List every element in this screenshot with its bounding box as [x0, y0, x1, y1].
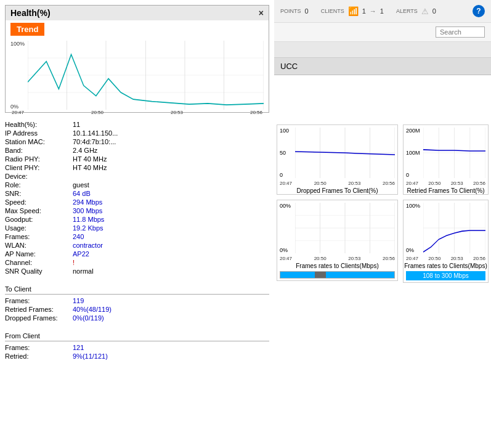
trend-time-3: 20:53 — [171, 110, 183, 115]
dropped-chart-svg — [295, 128, 395, 178]
frame-right-y-min: 0% — [406, 247, 423, 253]
ip-value: 10.1.141.150... — [73, 129, 118, 137]
ip-label: IP Address — [5, 129, 73, 137]
retried-time-labels: 20:47 20:50 20:53 20:56 — [404, 181, 488, 186]
retried-y-100m: 100M — [406, 150, 423, 156]
goodput-row: Goodput: 11.8 Mbps — [5, 215, 269, 224]
speed-row: Speed: 294 Mbps — [5, 198, 269, 206]
left-panel: Health(%) × Trend 100% 0% — [0, 0, 274, 448]
retried-time-2: 20:50 — [428, 181, 440, 186]
max-speed-row: Max Speed: 300 Mbps — [5, 206, 269, 215]
info-table: Health(%): 11 IP Address 10.1.141.150...… — [0, 118, 274, 278]
snr-label: SNR: — [5, 190, 73, 197]
frame-rates-svg-right — [423, 203, 485, 253]
trend-label-container: Trend — [6, 20, 269, 38]
mac-row: Station MAC: 70:4d:7b:10:... — [5, 137, 269, 146]
dropped-time-2: 20:50 — [314, 181, 327, 186]
dropped-y-50: 50 — [280, 150, 295, 156]
frame-rates-time-labels-left: 20:47 20:50 20:53 20:56 — [277, 256, 397, 261]
health-row: Health(%): 11 — [5, 120, 269, 129]
top-bar: POINTS 0 CLIENTS 📶 1 → 1 ALERTS ⚠ 0 ? — [274, 0, 491, 23]
search-bar — [274, 23, 491, 42]
to-client-frames-row: Frames: 119 — [5, 296, 269, 305]
snr-quality-row: SNR Quality normal — [5, 267, 269, 275]
close-button[interactable]: × — [259, 8, 264, 18]
ap-name-label: AP Name: — [5, 250, 73, 258]
retried-time-1: 20:47 — [406, 181, 418, 186]
radio-phy-value: HT 40 MHz — [73, 155, 107, 163]
usage-row: Usage: 19.2 Kbps — [5, 224, 269, 232]
max-speed-value: 300 Mbps — [73, 207, 102, 214]
channel-value: ! — [73, 259, 75, 266]
chart-y-min: 0% — [10, 104, 26, 110]
retried-chart-svg — [423, 128, 485, 178]
frame-right-time-4: 20:56 — [473, 256, 485, 261]
dropped-chart-title: Dropped Frames To Client(%) — [277, 187, 397, 194]
goodput-value: 11.8 Mbps — [73, 216, 104, 223]
dropped-y-min: 0 — [280, 172, 295, 178]
device-label: Device: — [5, 173, 73, 180]
role-label: Role: — [5, 181, 73, 189]
search-input[interactable] — [436, 26, 485, 38]
snr-quality-value: normal — [73, 267, 94, 275]
from-client-section: From Client Frames: 121 Retried: 9%(11/1… — [0, 330, 274, 363]
clients-label: CLIENTS — [321, 8, 344, 14]
alerts-value: 0 — [432, 7, 436, 15]
dropped-frames-chart: 100 50 0 — [277, 124, 398, 195]
max-speed-label: Max Speed: — [5, 207, 73, 214]
alerts-label: ALERTS — [396, 8, 418, 14]
trend-time-labels: 20:47 20:50 20:53 20:56 — [10, 110, 264, 115]
goodput-label: Goodput: — [5, 216, 73, 223]
health-widget-title: Health(%) — [10, 8, 51, 18]
from-client-title: From Client — [5, 332, 269, 341]
trend-label: Trend — [10, 23, 44, 36]
help-button[interactable]: ? — [473, 5, 485, 17]
wifi-icon: 📶 — [348, 6, 359, 16]
client-phy-row: Client PHY: HT 40 MHz — [5, 163, 269, 172]
color-bar-label: 108 to 300 Mbps — [406, 271, 485, 280]
retried-frames-chart: 200M 100M 0 — [403, 124, 489, 195]
to-client-title: To Client — [5, 285, 269, 295]
frames-rates-title-left: Frames rates to Clients(Mbps) — [277, 263, 397, 269]
to-client-section: To Client Frames: 119 Retried Frames: 40… — [0, 283, 274, 325]
frame-y-max: 00% — [280, 203, 295, 209]
from-client-frames-value: 121 — [73, 344, 84, 351]
arrow-icon: → — [370, 7, 376, 15]
role-row: Role: guest — [5, 181, 269, 189]
color-segment-gray — [315, 272, 327, 278]
wlan-row: WLAN: contractor — [5, 241, 269, 250]
color-bar-left — [280, 271, 395, 279]
client-phy-value: HT 40 MHz — [73, 164, 107, 171]
frames-label: Frames: — [5, 233, 73, 240]
health-widget: Health(%) × Trend 100% 0% — [5, 5, 269, 113]
dropped-y-max: 100 — [280, 128, 295, 134]
points-value: 0 — [305, 7, 309, 15]
dropped-time-4: 20:56 — [383, 181, 395, 186]
ucc-section: UCC — [274, 58, 491, 75]
speed-value: 294 Mbps — [73, 198, 102, 206]
alert-icon: ⚠ — [421, 7, 429, 16]
frame-time-2: 20:50 — [314, 256, 327, 261]
trend-time-1: 20:47 — [12, 110, 24, 115]
retried-chart-title: Retried Frames To Client(%) — [404, 187, 488, 194]
from-client-retried-label: Retried: — [5, 352, 73, 360]
retried-y-max: 200M — [406, 128, 423, 134]
retried-time-3: 20:53 — [451, 181, 463, 186]
channel-row: Channel: ! — [5, 258, 269, 267]
to-client-frames-value: 119 — [73, 297, 84, 304]
filter-bar — [274, 42, 491, 58]
snr-value: 64 dB — [73, 190, 91, 197]
middle-charts: 100 50 0 — [274, 122, 400, 448]
retried-time-4: 20:56 — [473, 181, 485, 186]
band-row: Band: 2.4 GHz — [5, 146, 269, 155]
snr-row: SNR: 64 dB — [5, 189, 269, 198]
usage-value: 19.2 Kbps — [73, 224, 103, 232]
main-layout: Health(%) × Trend 100% 0% — [0, 0, 491, 448]
frame-time-1: 20:47 — [280, 256, 292, 261]
to-client-dropped-label: Dropped Frames: — [5, 314, 73, 322]
channel-label: Channel: — [5, 259, 73, 266]
frame-right-y-max: 100% — [406, 203, 423, 209]
frame-rates-svg-left — [295, 203, 395, 253]
points-label: POINTS — [280, 8, 301, 14]
mac-label: Station MAC: — [5, 138, 73, 145]
